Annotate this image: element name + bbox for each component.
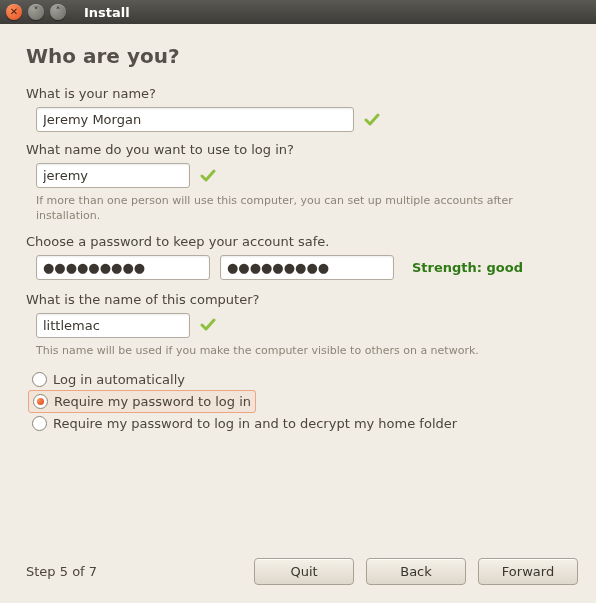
username-input[interactable]	[36, 163, 190, 188]
window-title: Install	[84, 5, 130, 20]
check-icon	[364, 112, 380, 128]
password-strength: Strength: good	[412, 260, 523, 275]
computer-label: What is the name of this computer?	[26, 292, 578, 307]
radio-login-auto[interactable]: Log in automatically	[28, 369, 578, 390]
name-label: What is your name?	[26, 86, 578, 101]
password-input[interactable]	[36, 255, 210, 280]
quit-button[interactable]: Quit	[254, 558, 354, 585]
radio-login-require[interactable]: Require my password to log in	[28, 390, 256, 413]
minimize-icon[interactable]: ˅	[28, 4, 44, 20]
password-label: Choose a password to keep your account s…	[26, 234, 578, 249]
username-label: What name do you want to use to log in?	[26, 142, 578, 157]
check-icon	[200, 317, 216, 333]
check-icon	[200, 168, 216, 184]
radio-label: Require my password to log in	[54, 394, 251, 409]
radio-login-encrypt[interactable]: Require my password to log in and to dec…	[28, 413, 578, 434]
radio-label: Require my password to log in and to dec…	[53, 416, 457, 431]
back-button[interactable]: Back	[366, 558, 466, 585]
close-icon[interactable]: ✕	[6, 4, 22, 20]
maximize-icon[interactable]: ˄	[50, 4, 66, 20]
page-title: Who are you?	[26, 44, 578, 68]
radio-icon	[32, 372, 47, 387]
login-options: Log in automatically Require my password…	[28, 369, 578, 434]
username-hint: If more than one person will use this co…	[36, 194, 556, 224]
forward-button[interactable]: Forward	[478, 558, 578, 585]
installer-body: Who are you? What is your name? What nam…	[0, 24, 596, 603]
step-indicator: Step 5 of 7	[26, 564, 97, 579]
footer: Step 5 of 7 Quit Back Forward	[26, 558, 578, 585]
radio-icon	[32, 416, 47, 431]
titlebar: ✕ ˅ ˄ Install	[0, 0, 596, 24]
computer-name-input[interactable]	[36, 313, 190, 338]
radio-label: Log in automatically	[53, 372, 185, 387]
password-confirm-input[interactable]	[220, 255, 394, 280]
radio-icon	[33, 394, 48, 409]
computer-hint: This name will be used if you make the c…	[36, 344, 556, 359]
name-input[interactable]	[36, 107, 354, 132]
